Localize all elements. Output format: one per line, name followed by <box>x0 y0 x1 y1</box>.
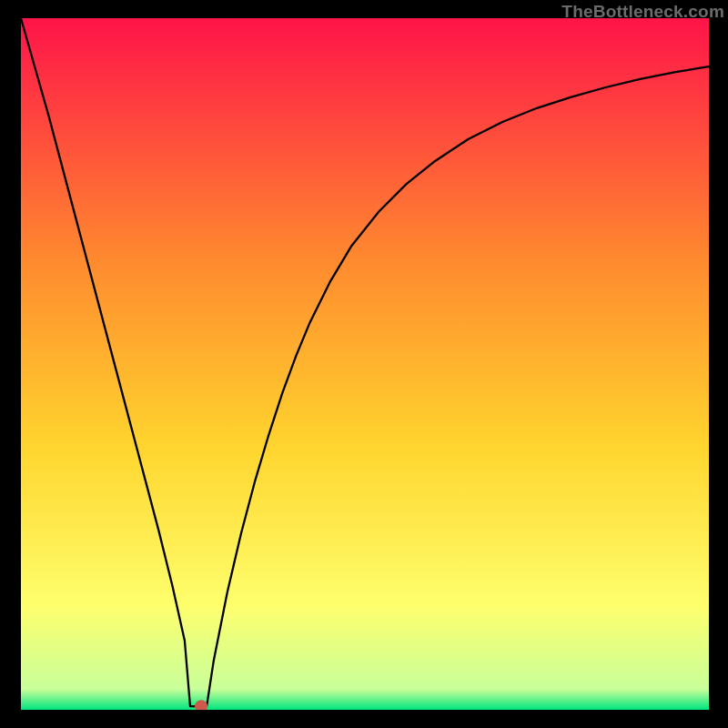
watermark-label: TheBottleneck.com <box>561 2 724 22</box>
gradient-background <box>21 18 709 710</box>
bottleneck-chart <box>21 18 709 710</box>
chart-frame: TheBottleneck.com <box>0 0 728 728</box>
